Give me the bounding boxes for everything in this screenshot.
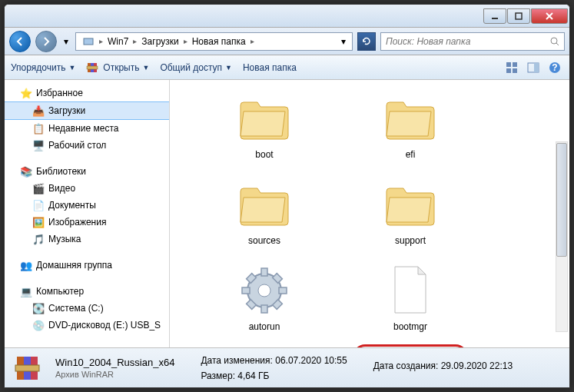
refresh-button[interactable] <box>357 32 376 51</box>
star-icon: ⭐ <box>20 87 32 99</box>
content-pane[interactable]: bootefisourcessupportautorunbootmgrbootm… <box>170 80 569 347</box>
minimize-button[interactable] <box>483 8 506 24</box>
sidebar: ⭐Избранное 📥Загрузки 📋Недавние места 🖥️Р… <box>5 80 170 347</box>
chevron-right-icon: ▸ <box>133 37 137 45</box>
search-icon <box>549 36 559 47</box>
breadcrumb-dropdown[interactable]: ▾ <box>338 35 349 48</box>
file-icon <box>380 263 441 318</box>
titlebar <box>5 5 569 28</box>
gear-icon <box>234 263 295 318</box>
sidebar-item-downloads[interactable]: 📥Загрузки <box>5 101 169 120</box>
file-label: efi <box>406 149 416 160</box>
sidebar-item-documents[interactable]: 📄Документы <box>5 197 169 214</box>
music-icon: 🎵 <box>32 233 45 245</box>
sidebar-item-dvd[interactable]: 💿DVD-дисковод (E:) USB_S <box>5 317 169 334</box>
scrollbar[interactable] <box>556 141 568 332</box>
file-item-efi[interactable]: efi <box>353 86 468 164</box>
homegroup-icon: 👥 <box>20 259 32 271</box>
sidebar-item-drive-c[interactable]: 💽Система (C:) <box>5 300 169 317</box>
svg-rect-36 <box>15 365 39 371</box>
svg-rect-1 <box>516 13 522 19</box>
file-item-bootmgr[interactable]: bootmgr <box>353 258 468 337</box>
file-item-bootmgr-efi[interactable]: bootmgr.efi <box>207 344 322 347</box>
folder-icon <box>234 177 295 232</box>
search-input[interactable] <box>386 36 549 47</box>
help-button[interactable]: ? <box>546 59 563 76</box>
status-created: 29.09.2020 22:13 <box>441 360 513 371</box>
share-button[interactable]: Общий доступ▼ <box>160 62 232 73</box>
breadcrumb-item[interactable]: Загрузки <box>138 35 181 48</box>
computer-icon: 💻 <box>20 285 32 297</box>
status-modified: 06.07.2020 10:55 <box>275 355 347 366</box>
open-button[interactable]: Открыть▼ <box>86 61 149 75</box>
video-icon: 🎬 <box>32 182 45 194</box>
file-item-autorun[interactable]: autorun <box>207 258 322 337</box>
dvd-icon: 💿 <box>32 319 45 331</box>
breadcrumb-item[interactable]: Win7 <box>105 35 131 48</box>
downloads-icon: 📥 <box>32 105 45 117</box>
sidebar-item-recent[interactable]: 📋Недавние места <box>5 120 169 137</box>
status-created-label: Дата создания: <box>373 360 439 371</box>
chevron-right-icon: ▸ <box>99 37 103 45</box>
scrollbar-thumb[interactable] <box>556 143 567 257</box>
documents-icon: 📄 <box>32 199 45 211</box>
view-options-button[interactable] <box>503 59 520 76</box>
recent-icon: 📋 <box>32 122 45 135</box>
winrar-icon <box>86 61 100 75</box>
close-button[interactable] <box>531 8 568 24</box>
folder-icon <box>234 91 295 146</box>
pictures-icon: 🖼️ <box>32 216 45 228</box>
svg-rect-18 <box>261 268 267 276</box>
search-box[interactable] <box>380 32 565 51</box>
status-size-label: Размер: <box>201 370 235 381</box>
status-bar: Win10_2004_Russian_x64 Архив WinRAR Дата… <box>5 347 569 387</box>
sidebar-item-music[interactable]: 🎵Музыка <box>5 231 169 247</box>
back-button[interactable] <box>9 31 31 52</box>
file-label: support <box>395 235 426 246</box>
file-item-support[interactable]: support <box>353 172 468 251</box>
sidebar-homegroup[interactable]: 👥Домашняя группа <box>5 257 169 274</box>
chevron-right-icon: ▸ <box>184 37 187 45</box>
svg-text:?: ? <box>552 62 557 73</box>
svg-point-3 <box>551 38 557 44</box>
toolbar: Упорядочить▼ Открыть▼ Общий доступ▼ Нова… <box>5 55 569 80</box>
breadcrumb-system-icon[interactable] <box>79 34 98 49</box>
organize-button[interactable]: Упорядочить▼ <box>11 62 75 73</box>
desktop-icon: 🖥️ <box>32 139 45 151</box>
status-filetype: Архив WinRAR <box>55 370 174 379</box>
file-item-boot[interactable]: boot <box>207 86 322 164</box>
folder-icon <box>380 91 441 146</box>
svg-rect-9 <box>513 62 517 67</box>
file-label: bootmgr <box>393 321 427 332</box>
svg-rect-8 <box>506 62 511 67</box>
sidebar-item-desktop[interactable]: 🖥️Рабочий стол <box>5 137 169 154</box>
maximize-button[interactable] <box>507 8 530 24</box>
breadcrumb[interactable]: ▸ Win7 ▸ Загрузки ▸ Новая папка ▸ ▾ <box>75 32 353 51</box>
chevron-right-icon: ▸ <box>251 37 254 45</box>
breadcrumb-item[interactable]: Новая папка <box>189 35 249 48</box>
svg-rect-20 <box>242 287 250 294</box>
svg-rect-21 <box>279 287 287 294</box>
sidebar-item-video[interactable]: 🎬Видео <box>5 180 169 197</box>
explorer-window: ▾ ▸ Win7 ▸ Загрузки ▸ Новая папка ▸ ▾ Уп… <box>4 4 570 388</box>
svg-rect-7 <box>87 66 98 69</box>
sidebar-favorites[interactable]: ⭐Избранное <box>5 85 169 101</box>
svg-rect-0 <box>492 18 498 19</box>
status-filename: Win10_2004_Russian_x64 <box>55 357 174 368</box>
new-folder-button[interactable]: Новая папка <box>243 62 297 73</box>
preview-pane-button[interactable] <box>525 59 542 76</box>
status-size: 4,64 ГБ <box>237 370 269 381</box>
file-item-sources[interactable]: sources <box>207 172 322 251</box>
svg-rect-19 <box>261 305 267 313</box>
sidebar-computer[interactable]: 💻Компьютер <box>5 283 169 300</box>
sidebar-libraries[interactable]: 📚Библиотеки <box>5 163 169 180</box>
drive-icon: 💽 <box>32 302 45 314</box>
svg-rect-13 <box>534 63 539 72</box>
libraries-icon: 📚 <box>20 165 32 178</box>
file-item-setup[interactable]: setup <box>353 344 468 347</box>
history-dropdown[interactable]: ▾ <box>61 35 71 48</box>
file-label: autorun <box>249 321 280 332</box>
sidebar-item-pictures[interactable]: 🖼️Изображения <box>5 214 169 231</box>
forward-button[interactable] <box>35 31 57 52</box>
svg-point-17 <box>258 284 270 297</box>
